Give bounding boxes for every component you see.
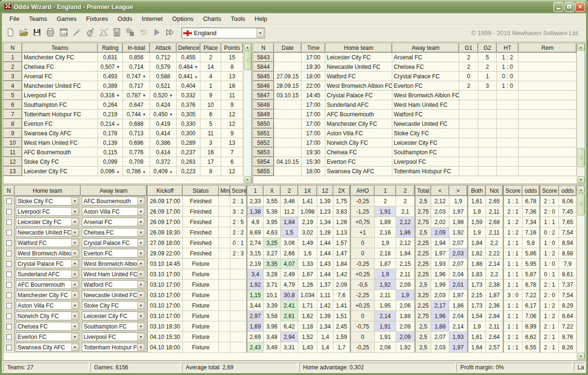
games-column-header-g2[interactable]: G2 [478, 43, 497, 53]
away-team-select-dropdown-arrow-icon[interactable]: ▼ [137, 333, 144, 340]
team-row-number[interactable]: 8 [3, 119, 22, 129]
away-team-select[interactable]: AFC Bournemouth▼ [82, 197, 145, 206]
teams-column-header-attack[interactable]: Attack [150, 43, 177, 53]
game-number[interactable]: 5850 [253, 119, 274, 129]
fixtures-column-header-both-19[interactable]: Both [467, 186, 486, 196]
fixture-checkbox[interactable] [6, 240, 12, 246]
toolbar-calculator-button[interactable] [110, 27, 123, 40]
away-team-select-dropdown-arrow-icon[interactable]: ▼ [137, 271, 144, 278]
fixtures-column-header-col-17[interactable]: < [431, 186, 449, 196]
fixtures-scroll-thumb[interactable] [578, 194, 585, 216]
games-column-header-time[interactable]: Time [302, 43, 325, 53]
away-team-select-dropdown-arrow-icon[interactable]: ▼ [137, 229, 144, 236]
home-team-select[interactable]: Newcastle United FC▼ [16, 228, 79, 237]
away-team-select[interactable]: West Bromwich Albion FC▼ [82, 259, 145, 268]
teams-column-header-n[interactable]: N [3, 43, 22, 53]
menu-item-internet[interactable]: Internet [137, 14, 167, 24]
fixtures-column-header-status-4[interactable]: Status [183, 186, 219, 196]
fixtures-column-header-away-team-2[interactable]: Away team [81, 186, 147, 196]
home-team-select-dropdown-arrow-icon[interactable]: ▼ [71, 250, 78, 257]
teams-column-header-rating[interactable]: Rating [98, 43, 123, 53]
games-scroll-up-icon[interactable]: ▲ [578, 44, 585, 51]
team-row-number[interactable]: 2 [3, 62, 22, 72]
fixtures-column-header-1-14[interactable]: 1 [375, 186, 396, 196]
games-column-header-away-team[interactable]: Away team [392, 43, 459, 53]
games-column-header-ht[interactable]: HT [497, 43, 519, 53]
home-team-select-dropdown-arrow-icon[interactable]: ▼ [71, 312, 78, 319]
games-column-header-date[interactable]: Date [274, 43, 302, 53]
fixtures-column-header-odds-24[interactable]: odds [559, 186, 577, 196]
away-team-select[interactable]: Liverpool FC▼ [82, 332, 145, 341]
game-number[interactable]: 5852 [253, 138, 274, 148]
fixture-checkbox[interactable] [6, 345, 12, 350]
fixture-checkbox[interactable] [6, 272, 12, 277]
fixture-checkbox[interactable] [6, 292, 12, 298]
home-team-select-dropdown-arrow-icon[interactable]: ▼ [71, 197, 78, 205]
away-team-select[interactable]: Aston Villa FC▼ [82, 207, 145, 216]
fixtures-column-header-2-15[interactable]: 2 [396, 186, 415, 196]
away-team-select-dropdown-arrow-icon[interactable]: ▼ [137, 260, 144, 267]
games-scroll-down-icon[interactable]: ▼ [578, 176, 585, 183]
toolbar-new-document-button[interactable] [4, 27, 17, 40]
fixtures-column-header-aho-13[interactable]: AHO [350, 186, 375, 196]
games-column-header-rem[interactable]: Rem [519, 43, 577, 53]
away-team-select[interactable]: Watford FC▼ [82, 280, 145, 289]
home-team-select-dropdown-arrow-icon[interactable]: ▼ [71, 260, 78, 267]
team-row-number[interactable]: 5 [3, 91, 22, 100]
fixture-checkbox[interactable] [6, 219, 12, 225]
fixtures-column-header-12-11[interactable]: 12 [317, 186, 333, 196]
maximize-button[interactable] [564, 2, 574, 12]
home-team-select-dropdown-arrow-icon[interactable]: ▼ [71, 218, 78, 225]
game-number[interactable]: 5848 [253, 100, 274, 110]
away-team-select[interactable]: Chelsea FC▼ [82, 228, 145, 237]
fixtures-column-header-min-5[interactable]: Min' [219, 186, 230, 196]
team-row-number[interactable]: 1 [3, 53, 22, 62]
title-bar[interactable]: Odds Wizard - England - Premier League × [0, 0, 588, 13]
home-team-select-dropdown-arrow-icon[interactable]: ▼ [71, 291, 78, 299]
close-button[interactable]: × [575, 2, 585, 12]
away-team-select-dropdown-arrow-icon[interactable]: ▼ [137, 218, 144, 225]
menu-item-tools[interactable]: Tools [226, 14, 250, 24]
fixtures-column-header-score-6[interactable]: Score [230, 186, 247, 196]
toolbar-distribution-button[interactable]: SW [97, 27, 110, 40]
away-team-select[interactable]: Southampton FC▼ [82, 322, 145, 331]
teams-column-header-teams[interactable]: Teams [22, 43, 98, 53]
away-team-select-dropdown-arrow-icon[interactable]: ▼ [137, 344, 144, 351]
game-number[interactable]: 5845 [253, 72, 274, 81]
fixture-checkbox[interactable] [6, 303, 12, 309]
away-team-select-dropdown-arrow-icon[interactable]: ▼ [137, 323, 144, 330]
teams-column-header-in-total[interactable]: In-total [123, 43, 150, 53]
home-team-select-dropdown-arrow-icon[interactable]: ▼ [71, 323, 78, 330]
fixture-checkbox[interactable] [6, 230, 12, 235]
away-team-select[interactable]: West Ham United FC▼ [82, 270, 145, 279]
fixtures-column-header-1-7[interactable]: 1 [247, 186, 264, 196]
home-team-select[interactable]: Aston Villa FC▼ [16, 301, 79, 310]
away-team-select[interactable]: Tottenham Hotspur FC▼ [82, 343, 145, 352]
home-team-select[interactable]: Sunderland AFC▼ [16, 270, 79, 279]
home-team-select-dropdown-arrow-icon[interactable]: ▼ [71, 239, 78, 246]
games-column-header-g1[interactable]: G1 [459, 43, 478, 53]
toolbar-open-file-button[interactable] [17, 27, 30, 40]
teams-column-header-points[interactable]: Points [221, 43, 243, 53]
teams-column-header-defence[interactable]: Defence [177, 43, 200, 53]
fixtures-column-header-1x-10[interactable]: 1X [298, 186, 317, 196]
toolbar-satellite-button[interactable] [84, 27, 97, 40]
home-team-select-dropdown-arrow-icon[interactable]: ▼ [71, 344, 78, 351]
away-team-select[interactable]: Arsenal FC▼ [82, 217, 145, 226]
team-row-number[interactable]: 12 [3, 157, 22, 167]
fixture-checkbox[interactable] [6, 334, 12, 340]
teams-column-header-place[interactable]: Place [200, 43, 221, 53]
menu-item-odds[interactable]: Odds [113, 14, 137, 24]
games-scroll-thumb[interactable] [578, 148, 585, 167]
home-team-select[interactable]: Stoke City FC▼ [16, 197, 79, 206]
games-column-header-home-team[interactable]: Home team [325, 43, 392, 53]
league-dropdown-arrow-icon[interactable]: ▼ [256, 28, 264, 38]
away-team-select-dropdown-arrow-icon[interactable]: ▼ [137, 208, 144, 215]
fixtures-column-header-score-21[interactable]: Score [503, 186, 522, 196]
fixture-checkbox[interactable] [6, 251, 12, 256]
fixtures-column-header-col-18[interactable]: > [449, 186, 467, 196]
team-row-number[interactable]: 7 [3, 110, 22, 119]
fixture-checkbox[interactable] [6, 282, 12, 288]
menu-item-file[interactable]: File [5, 14, 24, 24]
home-team-select[interactable]: West Bromwich Albion FC▼ [16, 249, 79, 258]
